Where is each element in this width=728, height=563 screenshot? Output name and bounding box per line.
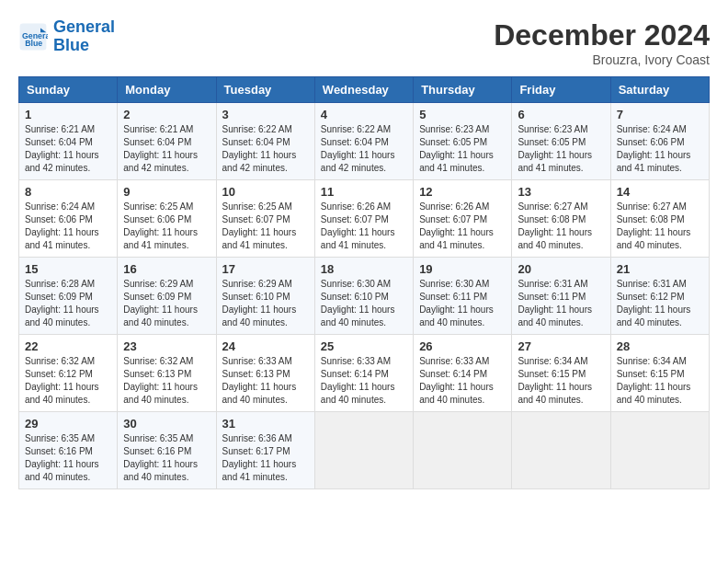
day-info: Sunrise: 6:24 AM Sunset: 6:06 PM Dayligh…	[25, 201, 111, 252]
day-info: Sunrise: 6:21 AM Sunset: 6:04 PM Dayligh…	[123, 123, 210, 175]
calendar-cell: 12 Sunrise: 6:26 AM Sunset: 6:07 PM Dayl…	[414, 180, 512, 258]
day-number: 29	[25, 417, 111, 431]
calendar-cell: 31 Sunrise: 6:36 AM Sunset: 6:17 PM Dayl…	[216, 412, 314, 489]
calendar-cell: 4 Sunrise: 6:22 AM Sunset: 6:04 PM Dayli…	[314, 103, 413, 180]
calendar-cell: 7 Sunrise: 6:24 AM Sunset: 6:06 PM Dayli…	[610, 103, 709, 180]
day-number: 24	[222, 339, 309, 353]
day-info: Sunrise: 6:29 AM Sunset: 6:10 PM Dayligh…	[222, 278, 309, 329]
logo-icon: General Blue	[18, 22, 48, 52]
day-number: 25	[321, 339, 407, 353]
header-friday: Friday	[512, 77, 610, 103]
calendar-cell	[414, 412, 512, 489]
calendar-cell: 1 Sunrise: 6:21 AM Sunset: 6:04 PM Dayli…	[19, 103, 118, 180]
calendar-cell: 6 Sunrise: 6:23 AM Sunset: 6:05 PM Dayli…	[512, 103, 610, 180]
day-number: 1	[25, 108, 111, 121]
day-number: 7	[617, 108, 703, 121]
day-info: Sunrise: 6:33 AM Sunset: 6:13 PM Dayligh…	[222, 355, 309, 407]
day-info: Sunrise: 6:33 AM Sunset: 6:14 PM Dayligh…	[419, 355, 506, 407]
day-info: Sunrise: 6:27 AM Sunset: 6:08 PM Dayligh…	[518, 201, 604, 252]
calendar-cell: 8 Sunrise: 6:24 AM Sunset: 6:06 PM Dayli…	[19, 180, 118, 258]
day-info: Sunrise: 6:31 AM Sunset: 6:11 PM Dayligh…	[518, 278, 604, 329]
logo-line1: General	[53, 17, 115, 36]
calendar-cell: 15 Sunrise: 6:28 AM Sunset: 6:09 PM Dayl…	[19, 258, 118, 335]
calendar-cell: 22 Sunrise: 6:32 AM Sunset: 6:12 PM Dayl…	[19, 335, 118, 412]
calendar-body: 1 Sunrise: 6:21 AM Sunset: 6:04 PM Dayli…	[19, 103, 710, 489]
calendar-cell: 27 Sunrise: 6:34 AM Sunset: 6:15 PM Dayl…	[512, 335, 610, 412]
calendar-cell: 26 Sunrise: 6:33 AM Sunset: 6:14 PM Dayl…	[414, 335, 512, 412]
day-info: Sunrise: 6:25 AM Sunset: 6:07 PM Dayligh…	[222, 201, 309, 252]
calendar-cell: 5 Sunrise: 6:23 AM Sunset: 6:05 PM Dayli…	[414, 103, 512, 180]
calendar-week-1: 1 Sunrise: 6:21 AM Sunset: 6:04 PM Dayli…	[19, 103, 710, 180]
day-number: 17	[222, 262, 309, 276]
day-info: Sunrise: 6:26 AM Sunset: 6:07 PM Dayligh…	[419, 201, 506, 252]
day-number: 16	[123, 262, 210, 276]
day-info: Sunrise: 6:27 AM Sunset: 6:08 PM Dayligh…	[617, 201, 703, 252]
calendar-cell: 18 Sunrise: 6:30 AM Sunset: 6:10 PM Dayl…	[314, 258, 413, 335]
calendar-cell: 2 Sunrise: 6:21 AM Sunset: 6:04 PM Dayli…	[118, 103, 216, 180]
header-wednesday: Wednesday	[314, 77, 413, 103]
calendar-cell: 25 Sunrise: 6:33 AM Sunset: 6:14 PM Dayl…	[314, 335, 413, 412]
calendar-cell: 23 Sunrise: 6:32 AM Sunset: 6:13 PM Dayl…	[118, 335, 216, 412]
calendar-cell: 9 Sunrise: 6:25 AM Sunset: 6:06 PM Dayli…	[118, 180, 216, 258]
day-number: 4	[321, 108, 407, 121]
logo-text: General Blue	[53, 18, 115, 55]
day-number: 21	[617, 262, 703, 276]
day-info: Sunrise: 6:32 AM Sunset: 6:12 PM Dayligh…	[25, 355, 111, 407]
header-saturday: Saturday	[610, 77, 709, 103]
header-sunday: Sunday	[19, 77, 118, 103]
calendar-cell: 24 Sunrise: 6:33 AM Sunset: 6:13 PM Dayl…	[216, 335, 314, 412]
day-number: 13	[518, 185, 604, 199]
day-number: 31	[222, 417, 309, 431]
calendar-header-row: Sunday Monday Tuesday Wednesday Thursday…	[19, 77, 710, 103]
logo-line2: Blue	[53, 36, 89, 54]
calendar-subtitle: Brouzra, Ivory Coast	[494, 52, 710, 67]
day-number: 8	[25, 185, 111, 199]
calendar-cell	[512, 412, 610, 489]
calendar-cell: 20 Sunrise: 6:31 AM Sunset: 6:11 PM Dayl…	[512, 258, 610, 335]
day-info: Sunrise: 6:34 AM Sunset: 6:15 PM Dayligh…	[617, 355, 703, 407]
logo: General Blue General Blue	[18, 18, 115, 55]
day-info: Sunrise: 6:33 AM Sunset: 6:14 PM Dayligh…	[321, 355, 407, 407]
day-number: 5	[419, 108, 506, 121]
day-number: 28	[617, 339, 703, 353]
day-info: Sunrise: 6:29 AM Sunset: 6:09 PM Dayligh…	[123, 278, 210, 329]
day-number: 3	[222, 108, 309, 121]
calendar-cell: 19 Sunrise: 6:30 AM Sunset: 6:11 PM Dayl…	[414, 258, 512, 335]
calendar-week-5: 29 Sunrise: 6:35 AM Sunset: 6:16 PM Dayl…	[19, 412, 710, 489]
day-info: Sunrise: 6:34 AM Sunset: 6:15 PM Dayligh…	[518, 355, 604, 407]
day-info: Sunrise: 6:32 AM Sunset: 6:13 PM Dayligh…	[123, 355, 210, 407]
day-info: Sunrise: 6:28 AM Sunset: 6:09 PM Dayligh…	[25, 278, 111, 329]
calendar-cell	[314, 412, 413, 489]
calendar-week-2: 8 Sunrise: 6:24 AM Sunset: 6:06 PM Dayli…	[19, 180, 710, 258]
calendar-week-3: 15 Sunrise: 6:28 AM Sunset: 6:09 PM Dayl…	[19, 258, 710, 335]
day-info: Sunrise: 6:24 AM Sunset: 6:06 PM Dayligh…	[617, 123, 703, 175]
day-info: Sunrise: 6:23 AM Sunset: 6:05 PM Dayligh…	[518, 123, 604, 175]
calendar-cell	[610, 412, 709, 489]
calendar-cell: 29 Sunrise: 6:35 AM Sunset: 6:16 PM Dayl…	[19, 412, 118, 489]
day-info: Sunrise: 6:35 AM Sunset: 6:16 PM Dayligh…	[123, 432, 210, 484]
day-info: Sunrise: 6:23 AM Sunset: 6:05 PM Dayligh…	[419, 123, 506, 175]
day-number: 18	[321, 262, 407, 276]
day-info: Sunrise: 6:26 AM Sunset: 6:07 PM Dayligh…	[321, 201, 407, 252]
calendar-cell: 10 Sunrise: 6:25 AM Sunset: 6:07 PM Dayl…	[216, 180, 314, 258]
day-info: Sunrise: 6:36 AM Sunset: 6:17 PM Dayligh…	[222, 432, 309, 484]
day-number: 23	[123, 339, 210, 353]
day-number: 12	[419, 185, 506, 199]
day-number: 9	[123, 185, 210, 199]
day-number: 30	[123, 417, 210, 431]
day-number: 10	[222, 185, 309, 199]
title-block: December 2024 Brouzra, Ivory Coast	[494, 18, 710, 67]
day-number: 26	[419, 339, 506, 353]
header-tuesday: Tuesday	[216, 77, 314, 103]
day-number: 14	[617, 185, 703, 199]
day-number: 6	[518, 108, 604, 121]
day-info: Sunrise: 6:30 AM Sunset: 6:10 PM Dayligh…	[321, 278, 407, 329]
day-number: 20	[518, 262, 604, 276]
day-number: 15	[25, 262, 111, 276]
day-info: Sunrise: 6:21 AM Sunset: 6:04 PM Dayligh…	[25, 123, 111, 175]
day-info: Sunrise: 6:22 AM Sunset: 6:04 PM Dayligh…	[222, 123, 309, 175]
day-number: 22	[25, 339, 111, 353]
header-monday: Monday	[118, 77, 216, 103]
calendar-cell: 28 Sunrise: 6:34 AM Sunset: 6:15 PM Dayl…	[610, 335, 709, 412]
page-header: General Blue General Blue December 2024 …	[18, 18, 710, 67]
